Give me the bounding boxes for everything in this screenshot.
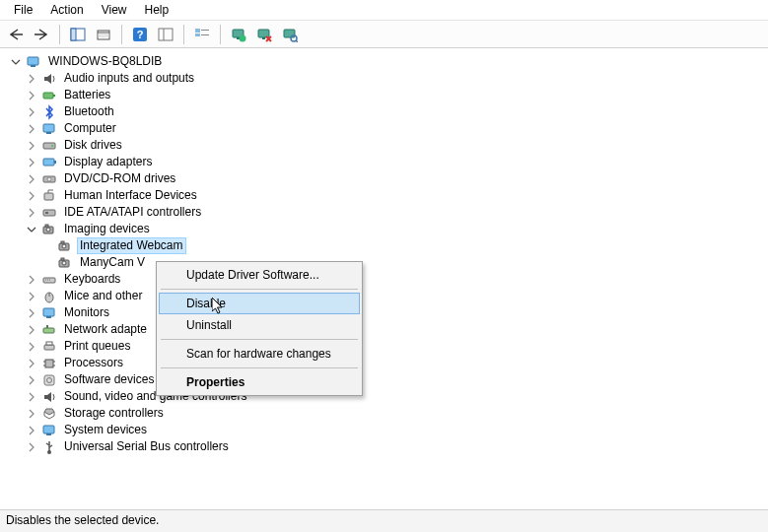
- svg-line-21: [296, 40, 298, 42]
- tree-item-manycam[interactable]: ManyCam V: [41, 254, 768, 271]
- tree-item-hid[interactable]: Human Interface Devices: [26, 187, 768, 204]
- hid-icon: [41, 188, 57, 204]
- tree-item-system-devices[interactable]: System devices: [26, 422, 768, 438]
- tree-item-ide[interactable]: IDE ATA/ATAPI controllers: [26, 204, 768, 221]
- expand-icon[interactable]: [26, 358, 37, 369]
- svg-rect-22: [28, 57, 38, 65]
- expand-icon[interactable]: [26, 207, 37, 219]
- context-menu: Update Driver Software... Disable Uninst…: [156, 261, 363, 396]
- root-label[interactable]: WINDOWS-BQ8LDIB: [45, 53, 165, 70]
- properties-toolbar-button[interactable]: [92, 24, 115, 45]
- root-node[interactable]: WINDOWS-BQ8LDIB: [10, 53, 768, 70]
- layout-button[interactable]: [154, 24, 177, 45]
- tree-item-display-adapters[interactable]: Display adapters: [26, 154, 768, 170]
- tree-item-sound[interactable]: Sound, video and game controllers: [26, 388, 768, 405]
- expand-icon[interactable]: [26, 140, 37, 152]
- expand-icon[interactable]: [26, 374, 37, 386]
- tree-item-imaging[interactable]: Imaging devices: [26, 221, 768, 237]
- status-text: Disables the selected device.: [6, 513, 159, 527]
- expand-icon[interactable]: [26, 123, 37, 135]
- menu-action[interactable]: Action: [42, 1, 91, 19]
- computer-icon: [26, 54, 41, 70]
- svg-point-16: [240, 34, 246, 41]
- expand-icon[interactable]: [26, 157, 37, 168]
- uninstall-button[interactable]: [252, 24, 276, 45]
- monitor-update-icon: [231, 27, 246, 42]
- expand-icon[interactable]: [26, 106, 37, 118]
- menubar: File Action View Help: [0, 0, 768, 21]
- monitor-scan-icon: [282, 27, 298, 42]
- tree-item-processors[interactable]: Processors: [26, 355, 768, 371]
- expand-icon[interactable]: [26, 324, 37, 336]
- update-driver-button[interactable]: [227, 24, 250, 45]
- tree-item-software-devices[interactable]: Software devices: [26, 371, 768, 388]
- tree-item-mice[interactable]: Mice and other: [26, 288, 768, 304]
- svg-rect-58: [45, 360, 53, 367]
- selected-device-label[interactable]: Integrated Webcam: [77, 237, 186, 254]
- expand-icon[interactable]: [26, 73, 37, 85]
- tree-item-integrated-webcam[interactable]: Integrated Webcam: [41, 237, 768, 254]
- expand-icon[interactable]: [26, 190, 37, 202]
- tree-item-bluetooth[interactable]: Bluetooth: [26, 103, 768, 120]
- tree-item-storage-controllers[interactable]: Storage controllers: [26, 405, 768, 422]
- svg-text:?: ?: [137, 29, 144, 40]
- expand-icon[interactable]: [26, 90, 37, 101]
- tree-item-keyboards[interactable]: Keyboards: [26, 271, 768, 288]
- svg-rect-49: [49, 279, 50, 280]
- svg-rect-12: [201, 30, 209, 31]
- properties-icon: [96, 28, 111, 41]
- printer-icon: [41, 339, 57, 355]
- disk-icon: [41, 138, 57, 154]
- expand-icon[interactable]: [26, 408, 37, 420]
- expand-icon[interactable]: [26, 441, 37, 453]
- forward-button[interactable]: [30, 24, 53, 45]
- expand-icon[interactable]: [26, 425, 37, 436]
- expand-icon[interactable]: [26, 274, 37, 286]
- devices-by-type-button[interactable]: [190, 24, 214, 45]
- tree-item-computer[interactable]: Computer: [26, 120, 768, 137]
- menu-file[interactable]: File: [6, 1, 40, 19]
- menu-item-update-driver[interactable]: Update Driver Software...: [159, 264, 360, 286]
- tree-item-audio[interactable]: Audio inputs and outputs: [26, 70, 768, 87]
- back-button[interactable]: [4, 24, 28, 45]
- svg-rect-47: [45, 279, 46, 280]
- tree-item-disk-drives[interactable]: Disk drives: [26, 137, 768, 154]
- device-tree[interactable]: WINDOWS-BQ8LDIB Audio inputs and outputs…: [10, 53, 768, 455]
- menu-item-scan-hardware[interactable]: Scan for hardware changes: [159, 343, 360, 365]
- keyboard-icon: [41, 272, 57, 288]
- expand-icon[interactable]: [26, 341, 37, 353]
- expand-icon[interactable]: [26, 291, 37, 302]
- svg-rect-24: [43, 93, 53, 99]
- back-arrow-icon: [8, 28, 24, 41]
- collapse-icon[interactable]: [26, 224, 37, 235]
- battery-icon: [41, 88, 57, 103]
- expand-icon[interactable]: [26, 307, 37, 319]
- help-toolbar-button[interactable]: ?: [128, 24, 152, 45]
- menu-help[interactable]: Help: [137, 1, 177, 19]
- svg-rect-30: [43, 159, 54, 166]
- tree-item-network[interactable]: Network adapte: [26, 321, 768, 338]
- tree-item-batteries[interactable]: Batteries: [26, 87, 768, 103]
- tree-item-print-queues[interactable]: Print queues: [26, 338, 768, 355]
- menu-item-properties[interactable]: Properties: [159, 371, 360, 393]
- mouse-icon: [41, 289, 57, 304]
- expand-icon[interactable]: [26, 173, 37, 185]
- tree-item-monitors[interactable]: Monitors: [26, 304, 768, 321]
- svg-point-33: [47, 177, 51, 181]
- camera-icon: [41, 222, 57, 237]
- software-icon: [41, 372, 57, 388]
- menu-view[interactable]: View: [94, 1, 135, 19]
- tree-item-usb[interactable]: Universal Serial Bus controllers: [26, 438, 768, 455]
- system-icon: [41, 423, 57, 438]
- menu-item-disable[interactable]: Disable: [159, 293, 360, 314]
- svg-rect-54: [43, 328, 54, 333]
- menu-item-uninstall[interactable]: Uninstall: [159, 314, 360, 336]
- scan-hardware-button[interactable]: [278, 24, 302, 45]
- tree-item-dvd[interactable]: DVD/CD-ROM drives: [26, 170, 768, 187]
- toolbar-separator: [121, 25, 122, 44]
- expand-icon[interactable]: [26, 391, 37, 403]
- collapse-icon[interactable]: [10, 56, 22, 68]
- show-hide-tree-button[interactable]: [66, 24, 90, 45]
- svg-rect-63: [44, 375, 54, 385]
- svg-rect-57: [46, 342, 52, 345]
